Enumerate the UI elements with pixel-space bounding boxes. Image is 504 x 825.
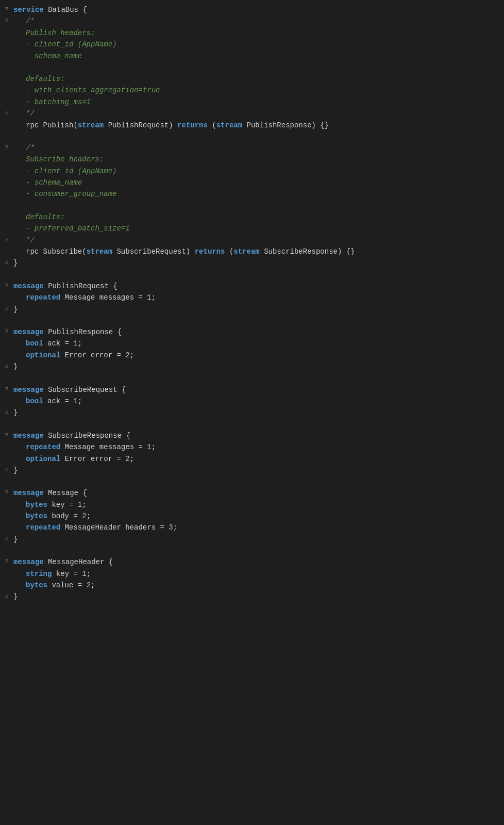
line-16: - schema_name xyxy=(0,177,504,188)
fold-gutter-39 xyxy=(2,441,11,442)
fold-gutter-34[interactable]: ▽ xyxy=(2,384,11,393)
line-12 xyxy=(0,131,504,142)
line-44: bytes key = 1; xyxy=(0,499,504,510)
line-19: defaults: xyxy=(0,211,504,223)
line-14: Subscribe headers: xyxy=(0,154,504,165)
fold-gutter-9 xyxy=(2,96,11,97)
fold-gutter-51 xyxy=(2,580,11,581)
line-content-3: Publish headers: xyxy=(11,27,500,39)
line-content-39: repeated Message messages = 1; xyxy=(11,441,500,453)
line-content-52: } xyxy=(11,591,500,602)
fold-gutter-5 xyxy=(2,51,11,52)
line-content-19: defaults: xyxy=(11,211,500,223)
line-21: △ */ xyxy=(0,235,504,246)
fold-gutter-32[interactable]: △ xyxy=(2,361,11,370)
fold-gutter-1[interactable]: ▽ xyxy=(2,4,11,13)
fold-gutter-47[interactable]: △ xyxy=(2,534,11,543)
line-9: - batching_ms=1 xyxy=(0,96,504,108)
fold-gutter-25[interactable]: ▽ xyxy=(2,280,11,290)
line-33 xyxy=(0,373,504,384)
line-11: rpc Publish(stream PublishRequest) retur… xyxy=(0,120,504,131)
line-17: - consumer_group_name xyxy=(0,188,504,200)
line-content-14: Subscribe headers: xyxy=(11,154,500,165)
fold-gutter-52[interactable]: △ xyxy=(2,591,11,600)
line-content-30: bool ack = 1; xyxy=(11,338,500,349)
line-content-31: optional Error error = 2; xyxy=(11,350,500,361)
line-content-17: - consumer_group_name xyxy=(11,188,500,200)
line-29: ▽ message PublishResponse { xyxy=(0,326,504,338)
line-49: ▽ message MessageHeader { xyxy=(0,556,504,568)
line-content-40: optional Error error = 2; xyxy=(11,453,500,465)
line-26: repeated Message messages = 1; xyxy=(0,292,504,303)
fold-gutter-6 xyxy=(2,62,11,63)
line-content-23: } xyxy=(11,257,500,269)
line-31: optional Error error = 2; xyxy=(0,350,504,361)
line-content-44: bytes key = 1; xyxy=(11,499,500,510)
line-40: optional Error error = 2; xyxy=(0,453,504,465)
line-15: - client_id (AppName) xyxy=(0,166,504,177)
line-content-11: rpc Publish(stream PublishRequest) retur… xyxy=(11,120,500,131)
fold-gutter-38[interactable]: ▽ xyxy=(2,430,11,439)
fold-gutter-36[interactable]: △ xyxy=(2,407,11,416)
fold-gutter-29[interactable]: ▽ xyxy=(2,326,11,336)
fold-gutter-45 xyxy=(2,510,11,512)
line-20: - preferred_batch_size=1 xyxy=(0,223,504,234)
line-46: repeated MessageHeader headers = 3; xyxy=(0,522,504,533)
line-24 xyxy=(0,269,504,280)
line-37 xyxy=(0,419,504,430)
fold-gutter-21[interactable]: △ xyxy=(2,235,11,244)
fold-gutter-23[interactable]: △ xyxy=(2,257,11,267)
fold-gutter-46 xyxy=(2,522,11,523)
fold-gutter-24 xyxy=(2,269,11,270)
line-content-2: /* xyxy=(11,15,500,27)
line-content-35: bool ack = 1; xyxy=(11,395,500,407)
fold-gutter-16 xyxy=(2,177,11,178)
line-41: △ } xyxy=(0,465,504,476)
fold-gutter-10[interactable]: △ xyxy=(2,108,11,117)
line-34: ▽ message SubscribeRequest { xyxy=(0,384,504,395)
line-7: defaults: xyxy=(0,73,504,85)
line-content-29: message PublishResponse { xyxy=(11,326,500,338)
line-content-8: - with_clients_aggregation=true xyxy=(11,85,500,96)
line-3: Publish headers: xyxy=(0,27,504,39)
line-48 xyxy=(0,545,504,556)
line-2: ▽ /* xyxy=(0,15,504,27)
fold-gutter-20 xyxy=(2,223,11,224)
line-5: - schema_name xyxy=(0,51,504,62)
line-43: ▽ message Message { xyxy=(0,487,504,499)
fold-gutter-42 xyxy=(2,476,11,477)
fold-gutter-41[interactable]: △ xyxy=(2,465,11,474)
fold-gutter-3 xyxy=(2,27,11,28)
line-content-7: defaults: xyxy=(11,73,500,85)
line-23: △ } xyxy=(0,257,504,269)
line-content-9: - batching_ms=1 xyxy=(11,96,500,108)
line-18 xyxy=(0,200,504,211)
fold-gutter-11 xyxy=(2,120,11,121)
fold-gutter-33 xyxy=(2,373,11,374)
fold-gutter-49[interactable]: ▽ xyxy=(2,556,11,566)
line-content-1: service DataBus { xyxy=(11,4,500,15)
fold-gutter-27[interactable]: △ xyxy=(2,304,11,313)
line-22: rpc Subscribe(stream SubscribeRequest) r… xyxy=(0,246,504,257)
fold-gutter-43[interactable]: ▽ xyxy=(2,487,11,497)
line-13: ▽ /* xyxy=(0,142,504,154)
fold-gutter-17 xyxy=(2,188,11,189)
line-content-38: message SubscribeResponse { xyxy=(11,430,500,441)
line-36: △ } xyxy=(0,407,504,418)
line-content-13: /* xyxy=(11,142,500,154)
line-content-45: bytes body = 2; xyxy=(11,510,500,522)
line-1: ▽ service DataBus { xyxy=(0,4,504,15)
fold-gutter-13[interactable]: ▽ xyxy=(2,142,11,152)
fold-gutter-40 xyxy=(2,453,11,454)
fold-gutter-14 xyxy=(2,154,11,155)
fold-gutter-19 xyxy=(2,211,11,212)
line-35: bool ack = 1; xyxy=(0,395,504,407)
line-10: △ */ xyxy=(0,108,504,119)
fold-gutter-48 xyxy=(2,545,11,546)
line-content-15: - client_id (AppName) xyxy=(11,166,500,177)
fold-gutter-30 xyxy=(2,338,11,339)
fold-gutter-50 xyxy=(2,568,11,569)
line-content-16: - schema_name xyxy=(11,177,500,188)
line-27: △ } xyxy=(0,304,504,315)
fold-gutter-2[interactable]: ▽ xyxy=(2,15,11,25)
